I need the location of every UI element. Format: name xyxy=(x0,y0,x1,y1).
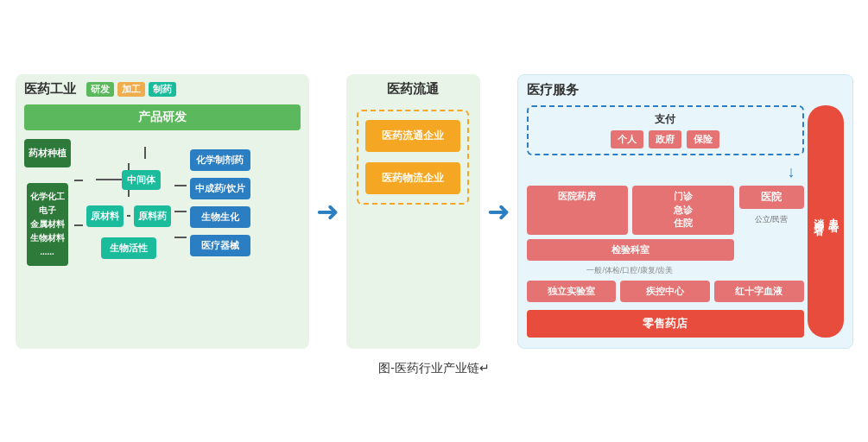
diagram-container: 医药工业 研发 加工 制药 产品研发 药材种植 化学化工 电子 金属材料 生物材… xyxy=(16,74,853,348)
product-rd-bar: 产品研发 xyxy=(24,104,301,130)
medical-main-area: 支付 个人 政府 保险 ↓ 医院药房 门诊 急诊 住院 xyxy=(527,105,844,337)
arrow-distribution-to-service: ➜ xyxy=(487,195,510,228)
intermediate-box: 中间体 xyxy=(122,170,161,190)
payment-title: 支付 xyxy=(535,112,795,127)
outpatient-box: 门诊 急诊 住院 xyxy=(632,186,734,234)
cdc-box: 疾控中心 xyxy=(620,281,710,302)
tag-research: 研发 xyxy=(86,82,114,97)
tcm-beverage-box: 中成药/饮片 xyxy=(190,178,250,199)
medical-service-section: 医疗服务 支付 个人 政府 保险 ↓ xyxy=(517,74,853,348)
pay-individual: 个人 xyxy=(611,130,643,148)
dist-company-box: 医药流通企业 xyxy=(365,120,460,152)
patient-text: 患者/ 消费者 xyxy=(811,210,840,232)
bio-biochem-box: 生物生化 xyxy=(190,206,250,228)
pharma-distribution-section: 医药流通 医药流通企业 医药物流企业 xyxy=(346,74,480,348)
medical-service-label: 医疗服务 xyxy=(527,82,579,98)
independent-lab-box: 独立实验室 xyxy=(527,281,617,302)
medical-service-title: 医疗服务 xyxy=(527,82,844,98)
herb-plant-box: 药材种植 xyxy=(24,139,71,167)
sub-note: 一般/体检/口腔/康复/齿美 xyxy=(527,265,734,276)
red-cross-blood-box: 红十字血液 xyxy=(714,281,804,302)
chemical-formulation-box: 化学制剂药 xyxy=(190,149,250,171)
bio-active-box: 生物活性 xyxy=(101,237,156,259)
hospital-pharmacy-box: 医院药房 xyxy=(527,186,629,234)
pay-insurance: 保险 xyxy=(687,130,719,148)
payment-section: 支付 个人 政府 保险 xyxy=(527,105,804,155)
chem-electronics-box: 化学化工 电子 金属材料 生物材料 ...... xyxy=(27,183,68,266)
public-private: 公立/民营 xyxy=(739,214,804,225)
lab-box: 检验科室 xyxy=(527,239,734,261)
bottom-row: 独立实验室 疾控中心 红十字血液 xyxy=(527,281,804,302)
tag-manufacture: 制药 xyxy=(149,82,176,97)
industry-tags: 研发 加工 制药 xyxy=(86,82,176,97)
arrow-payment-down: ↓ xyxy=(527,163,804,181)
raw-material-box: 原材料 xyxy=(86,205,124,227)
pharma-industry-section: 医药工业 研发 加工 制药 产品研发 药材种植 化学化工 电子 金属材料 生物材… xyxy=(16,74,309,348)
hospital-right: 医院 公立/民营 xyxy=(739,186,804,275)
figure-caption: 图-医药行业产业链↵ xyxy=(378,361,490,376)
distribution-dashed-area: 医药流通企业 医药物流企业 xyxy=(357,110,469,205)
payment-buttons: 个人 政府 保险 xyxy=(535,130,795,148)
retail-pharmacy-bar: 零售药店 xyxy=(527,310,804,338)
medical-device-box: 医疗器械 xyxy=(190,235,250,256)
patient-label: 患者/ 消费者 xyxy=(808,105,844,337)
pharma-distribution-label: 医药流通 xyxy=(387,81,439,98)
hospital-left: 医院药房 门诊 急诊 住院 检验科室 一般/体检/口腔/康复/齿美 xyxy=(527,186,734,275)
hospital-area: 医院药房 门诊 急诊 住院 检验科室 一般/体检/口腔/康复/齿美 医院 公立/… xyxy=(527,186,804,275)
logistics-company-box: 医药物流企业 xyxy=(365,162,460,194)
tag-process: 加工 xyxy=(117,82,145,97)
pharma-distribution-title: 医药流通 xyxy=(387,81,439,98)
pay-government: 政府 xyxy=(649,130,681,148)
pharma-industry-label: 医药工业 xyxy=(24,81,76,98)
raw-drug-box: 原料药 xyxy=(134,205,171,227)
medical-inner: 支付 个人 政府 保险 ↓ 医院药房 门诊 急诊 住院 xyxy=(527,105,804,337)
hospital-title-box: 医院 xyxy=(739,186,804,209)
pharma-industry-title: 医药工业 研发 加工 制药 xyxy=(24,81,301,98)
arrow-industry-to-distribution: ➜ xyxy=(316,195,339,228)
